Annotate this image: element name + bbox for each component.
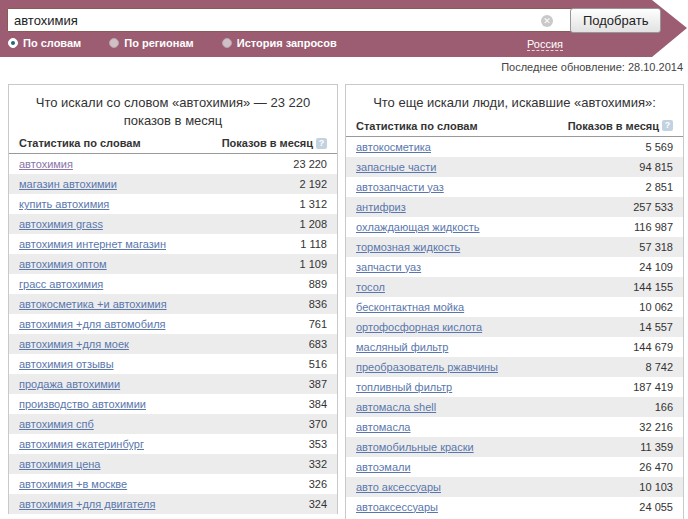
table-row: автохимия grass1 208 [9, 214, 337, 234]
impressions-count: 5 569 [645, 141, 673, 153]
radio-icon [109, 38, 119, 48]
table-row: автомасла32 216 [346, 417, 683, 437]
table-row: тосол144 155 [346, 277, 683, 297]
keyword-link[interactable]: автомасла [356, 421, 410, 433]
keyword-link[interactable]: автоаксессуары [356, 501, 438, 513]
tab-query-history[interactable]: История запросов [222, 37, 337, 49]
panel-title: Что искали со словом «автохимия» — 23 22… [9, 85, 337, 134]
table-row: преобразователь ржавчины8 742 [346, 357, 683, 377]
keyword-link[interactable]: автозапчасти уаз [356, 181, 444, 193]
keyword-link[interactable]: автокосметика [356, 141, 431, 153]
keyword-link[interactable]: ортофосфорная кислота [356, 321, 482, 333]
impressions-count: 1 312 [299, 198, 327, 210]
keyword-link[interactable]: магазин автохимии [19, 178, 117, 190]
table-row: запасные части94 815 [346, 157, 683, 177]
keyword-link[interactable]: автохимия +для моек [19, 338, 129, 350]
column-headers: Статистика по словам Показов в месяц ? [9, 134, 337, 154]
keyword-link[interactable]: антифриз [356, 201, 406, 213]
panel-also-searched: Что еще искали люди, искавшие «автохимия… [345, 84, 684, 519]
tab-by-words[interactable]: По словам [8, 37, 81, 49]
keyword-link[interactable]: запасные части [356, 161, 436, 173]
keyword-link[interactable]: производство автохимии [19, 398, 146, 410]
table-row: продажа автохимии387 [9, 374, 337, 394]
table-row: автохимия23 220 [9, 154, 337, 174]
table-row: запчасти уаз24 109 [346, 257, 683, 277]
keyword-link[interactable]: купить автохимия [19, 198, 109, 210]
table-row: автохимия отзывы516 [9, 354, 337, 374]
keyword-link[interactable]: продажа автохимии [19, 378, 120, 390]
keyword-link[interactable]: автохимия спб [19, 418, 94, 430]
table-row: автомасла shell166 [346, 397, 683, 417]
impressions-count: 187 419 [633, 381, 673, 393]
keyword-link[interactable]: автоэмали [356, 461, 411, 473]
table-row: антифриз257 533 [346, 197, 683, 217]
keyword-link[interactable]: грасс автохимия [19, 278, 103, 290]
impressions-count: 2 192 [299, 178, 327, 190]
keyword-link[interactable]: масляный фильтр [356, 341, 448, 353]
table-row: топливный фильтр187 419 [346, 377, 683, 397]
impressions-count: 387 [309, 378, 327, 390]
impressions-count: 14 557 [639, 321, 673, 333]
table-row: купить автохимия1 312 [9, 194, 337, 214]
keyword-link[interactable]: автохимия +в москве [19, 478, 127, 490]
impressions-count: 257 533 [633, 201, 673, 213]
panel-searched-with-word: Что искали со словом «автохимия» — 23 22… [8, 84, 338, 514]
impressions-count: 384 [309, 398, 327, 410]
panel-title: Что еще искали люди, искавшие «автохимия… [346, 85, 683, 117]
impressions-count: 10 062 [639, 301, 673, 313]
table-row: автохимия +в москве326 [9, 474, 337, 494]
impressions-count: 57 318 [639, 241, 673, 253]
keyword-link[interactable]: автомасла shell [356, 401, 436, 413]
keyword-link[interactable]: автохимия отзывы [19, 358, 114, 370]
keyword-link[interactable]: автохимия цена [19, 458, 100, 470]
radio-selected-icon [8, 38, 18, 48]
keyword-link[interactable]: автохимия grass [19, 218, 103, 230]
search-input[interactable] [7, 8, 575, 32]
keyword-link[interactable]: автокосметика +и автохимия [19, 298, 167, 310]
radio-icon [222, 38, 232, 48]
impressions-count: 332 [309, 458, 327, 470]
keyword-link[interactable]: автохимия +для автомобиля [19, 318, 166, 330]
keyword-link[interactable]: охлаждающая жидкость [356, 221, 480, 233]
keyword-link[interactable]: преобразователь ржавчины [356, 361, 498, 373]
keyword-link[interactable]: автомобильные краски [356, 441, 474, 453]
impressions-count: 1 109 [299, 258, 327, 270]
table-row: авто аксессуары10 103 [346, 477, 683, 497]
keyword-link[interactable]: топливный фильтр [356, 381, 452, 393]
table-row: охлаждающая жидкость116 987 [346, 217, 683, 237]
impressions-count: 26 470 [639, 461, 673, 473]
keyword-link[interactable]: авто аксессуары [356, 481, 441, 493]
impressions-count: 116 987 [634, 221, 673, 233]
keyword-link[interactable]: тосол [356, 281, 385, 293]
keyword-link[interactable]: автохимия оптом [19, 258, 107, 270]
keyword-link[interactable]: бесконтактная мойка [356, 301, 464, 313]
table-row: автохимия +для моек683 [9, 334, 337, 354]
tab-label: История запросов [237, 37, 337, 49]
impressions-count: 144 679 [633, 341, 673, 353]
table-row: автомобильные краски11 359 [346, 437, 683, 457]
impressions-count: 324 [309, 498, 327, 510]
mode-tabs: По словам По регионам История запросов [8, 37, 337, 49]
impressions-count: 8 742 [645, 361, 673, 373]
keyword-link[interactable]: тормозная жидкость [356, 241, 460, 253]
impressions-count: 23 220 [293, 158, 327, 170]
keyword-link[interactable]: запчасти уаз [356, 261, 421, 273]
table-row: автокосметика +и автохимия836 [9, 294, 337, 314]
keyword-link[interactable]: автохимия +для двигателя [19, 498, 155, 510]
impressions-count: 761 [309, 318, 327, 330]
keyword-link[interactable]: автохимия интернет магазин [19, 238, 166, 250]
help-icon[interactable]: ? [662, 120, 673, 131]
impressions-count: 683 [309, 338, 327, 350]
column-phrase-header: Статистика по словам [356, 120, 478, 132]
keyword-link[interactable]: автохимия [19, 158, 73, 170]
help-icon[interactable]: ? [316, 138, 327, 149]
tab-by-regions[interactable]: По регионам [109, 37, 193, 49]
keyword-link[interactable]: автохимия екатеринбург [19, 438, 144, 450]
table-row: автозапчасти уаз2 851 [346, 177, 683, 197]
submit-button[interactable]: Подобрать [570, 8, 661, 33]
impressions-count: 10 103 [639, 481, 673, 493]
impressions-count: 889 [309, 278, 327, 290]
clear-search-icon[interactable]: ✕ [541, 15, 553, 27]
region-link[interactable]: Россия [527, 38, 563, 51]
table-row: бесконтактная мойка10 062 [346, 297, 683, 317]
